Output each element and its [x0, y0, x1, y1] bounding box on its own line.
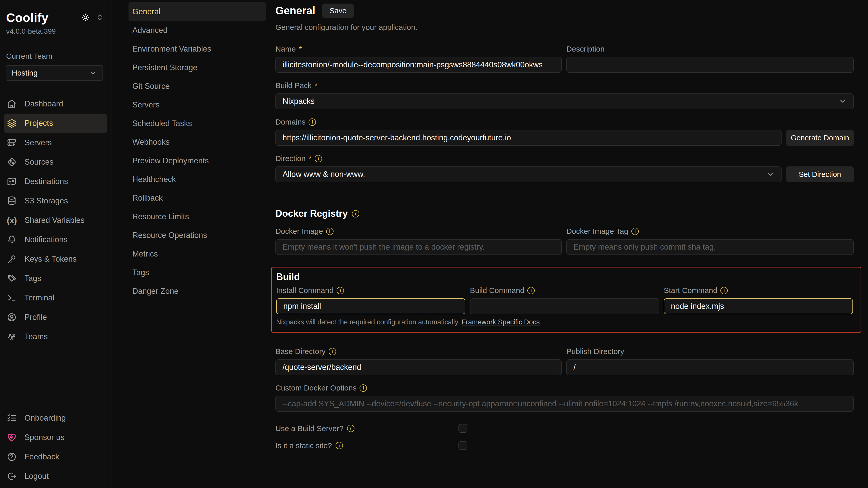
subnav-item-webhooks[interactable]: Webhooks [128, 133, 266, 151]
generate-domain-button[interactable]: Generate Domain [786, 130, 854, 146]
subnav-item-persistent-storage[interactable]: Persistent Storage [128, 58, 266, 77]
database-icon [7, 196, 17, 206]
home-icon [7, 99, 17, 109]
sidebar-item-servers[interactable]: Servers [4, 133, 107, 152]
sidebar-item-projects[interactable]: Projects [4, 114, 107, 133]
subnav-item-preview-deployments[interactable]: Preview Deployments [128, 151, 266, 170]
subnav-item-resource-operations[interactable]: Resource Operations [128, 226, 266, 245]
docker-image-label: Docker Image [275, 227, 323, 236]
info-icon[interactable] [326, 228, 334, 235]
sidebar-item-shared-variables[interactable]: (x) Shared Variables [4, 210, 107, 230]
set-direction-button[interactable]: Set Direction [786, 166, 854, 182]
sidebar-item-feedback[interactable]: Feedback [4, 447, 107, 466]
build-server-checkbox[interactable] [459, 424, 467, 433]
build-pack-field-group: Build Pack * Nixpacks [275, 81, 854, 109]
custom-docker-options-input[interactable] [275, 396, 854, 412]
help-circle-icon [7, 452, 17, 462]
base-directory-label: Base Directory [275, 347, 326, 356]
sidebar-item-logout[interactable]: Logout [4, 466, 107, 486]
static-site-toggle-row: Is it a static site? [275, 441, 854, 450]
sidebar-item-sponsor[interactable]: Sponsor us [4, 428, 107, 447]
page-title: General [275, 5, 315, 17]
publish-directory-label: Publish Directory [566, 347, 624, 356]
page-subtitle: General configuration for your applicati… [275, 23, 854, 32]
subnav-item-tags[interactable]: Tags [128, 263, 266, 282]
subnav-item-healthcheck[interactable]: Healthcheck [128, 170, 266, 189]
subnav-item-advanced[interactable]: Advanced [128, 21, 266, 39]
description-label: Description [566, 45, 604, 53]
sidebar-item-label: Projects [25, 119, 53, 128]
subnav-item-rollback[interactable]: Rollback [128, 189, 266, 207]
bell-icon [7, 234, 17, 245]
info-icon[interactable] [329, 348, 336, 355]
install-command-input[interactable] [276, 298, 465, 314]
sidebar-item-label: Sources [25, 157, 54, 167]
description-input[interactable] [566, 57, 854, 73]
name-input[interactable] [275, 57, 562, 73]
direction-field-group: Direction * Allow www & non-www. Set Dir… [275, 154, 854, 182]
base-directory-input[interactable] [275, 360, 562, 375]
sidebar-item-sources[interactable]: Sources [4, 152, 107, 172]
name-field-group: Name * [275, 45, 562, 73]
chevron-down-icon [839, 97, 846, 105]
user-circle-icon [7, 312, 17, 322]
build-command-input[interactable] [470, 298, 659, 314]
subnav-item-metrics[interactable]: Metrics [128, 245, 266, 263]
sidebar-item-teams[interactable]: Teams [4, 327, 107, 346]
info-icon[interactable] [720, 287, 728, 294]
sidebar-item-s3-storages[interactable]: S3 Storages [4, 191, 107, 210]
subnav-item-scheduled-tasks[interactable]: Scheduled Tasks [128, 114, 266, 133]
info-icon[interactable] [315, 155, 322, 162]
app-logo: Coolify [6, 11, 49, 25]
subnav-item-environment-variables[interactable]: Environment Variables [128, 39, 266, 58]
logo-row: Coolify [4, 11, 107, 25]
sidebar-item-onboarding[interactable]: Onboarding [4, 408, 107, 428]
start-command-field-group: Start Command [664, 286, 853, 314]
subnav-item-git-source[interactable]: Git Source [128, 77, 266, 95]
sidebar-item-label: Destinations [25, 177, 68, 186]
expand-updown-icon[interactable] [95, 13, 104, 23]
subnav-item-general[interactable]: General [128, 2, 266, 21]
subnav-item-resource-limits[interactable]: Resource Limits [128, 207, 266, 226]
sidebar-item-terminal[interactable]: Terminal [4, 288, 107, 308]
info-icon[interactable] [337, 287, 344, 294]
theme-sun-icon[interactable] [81, 13, 90, 23]
docker-image-input[interactable] [275, 239, 562, 255]
nixpacks-helper-text: Nixpacks will detect the required config… [276, 318, 853, 326]
current-team-label: Current Team [6, 52, 107, 60]
info-icon[interactable] [527, 287, 535, 294]
subnav-item-danger-zone[interactable]: Danger Zone [128, 282, 266, 300]
save-button[interactable]: Save [322, 4, 353, 18]
framework-docs-link[interactable]: Framework Specific Docs [462, 318, 539, 326]
sidebar-item-label: Dashboard [25, 99, 63, 109]
sidebar-item-destinations[interactable]: Destinations [4, 172, 107, 191]
docker-image-tag-input[interactable] [566, 239, 854, 255]
sidebar-nav: Dashboard Projects Servers Sources Desti… [4, 94, 107, 346]
base-directory-field-group: Base Directory [275, 347, 562, 375]
sidebar-item-dashboard[interactable]: Dashboard [4, 94, 107, 114]
key-icon [7, 254, 17, 264]
info-icon[interactable] [631, 228, 639, 235]
subnav-item-servers[interactable]: Servers [128, 95, 266, 114]
start-command-input[interactable] [664, 298, 853, 314]
chevron-down-icon [89, 69, 97, 77]
sidebar-item-notifications[interactable]: Notifications [4, 230, 107, 249]
sidebar-item-label: Profile [25, 313, 47, 322]
static-site-checkbox[interactable] [459, 441, 467, 450]
docker-image-tag-field-group: Docker Image Tag [566, 227, 854, 255]
sidebar-item-profile[interactable]: Profile [4, 308, 107, 327]
domains-input[interactable] [275, 130, 781, 146]
sidebar-item-tags[interactable]: Tags [4, 269, 107, 288]
info-icon[interactable] [336, 442, 343, 449]
publish-directory-input[interactable] [566, 360, 854, 375]
build-pack-select[interactable]: Nixpacks [275, 93, 854, 109]
sidebar-item-keys-tokens[interactable]: Keys & Tokens [4, 249, 107, 269]
team-select[interactable]: Hosting [6, 65, 103, 81]
info-icon[interactable] [309, 118, 316, 126]
info-icon[interactable] [347, 425, 354, 432]
section-divider [275, 482, 854, 482]
name-label: Name [275, 45, 296, 53]
info-icon[interactable] [360, 384, 367, 392]
direction-select[interactable]: Allow www & non-www. [275, 166, 781, 182]
info-icon[interactable] [352, 210, 359, 218]
